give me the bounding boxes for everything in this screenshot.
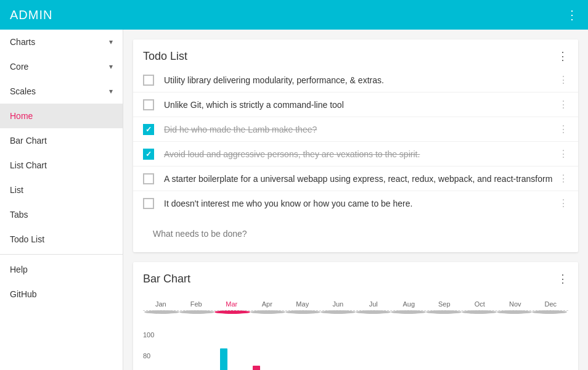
sidebar-item-list-chart[interactable]: List Chart — [0, 153, 123, 178]
sidebar-divider — [0, 254, 123, 255]
bar-chart-title: Bar Chart — [143, 273, 190, 286]
chart-bar-cyan — [220, 348, 227, 370]
chart-bar-pink — [253, 366, 260, 370]
sidebar-item-help-label: Help — [10, 265, 28, 274]
todo-item-menu-icon[interactable]: ⋮ — [558, 148, 568, 160]
sidebar-item-list[interactable]: List — [0, 178, 123, 202]
chart-area: JanFebMarAprMayJunJulAugSepOctNovDec 100… — [133, 290, 578, 370]
bar-chart-card: Bar Chart ⋮ JanFebMarAprMayJunJulAugSepO… — [133, 262, 578, 370]
sidebar: Charts ▾ Core ▾ Scales ▾ Home Bar Chart … — [0, 30, 123, 370]
main-layout: Charts ▾ Core ▾ Scales ▾ Home Bar Chart … — [0, 30, 588, 370]
sidebar-item-tabs[interactable]: Tabs — [0, 202, 123, 227]
todo-checkbox[interactable] — [143, 149, 154, 160]
sidebar-item-charts[interactable]: Charts ▾ — [0, 30, 123, 54]
chart-body: 100 80 60 — [143, 319, 568, 370]
chart-month-label: May — [285, 300, 321, 308]
chart-bar-group — [241, 366, 271, 370]
todo-item: Avoid loud and aggressive persons, they … — [133, 142, 578, 166]
chart-axis — [143, 310, 568, 316]
sidebar-item-bar-chart[interactable]: Bar Chart — [0, 128, 123, 153]
chart-month-label: Oct — [462, 300, 498, 308]
todo-item-menu-icon[interactable]: ⋮ — [558, 173, 568, 184]
sidebar-item-list-label: List — [10, 185, 23, 195]
todo-item: A starter boilerplate for a universal we… — [133, 166, 578, 191]
todo-items-list: Utility library delivering modularity, p… — [133, 68, 578, 215]
sidebar-item-todo-list-label: Todo List — [10, 234, 44, 244]
todo-item-menu-icon[interactable]: ⋮ — [558, 197, 568, 209]
sidebar-item-list-chart-label: List Chart — [10, 160, 47, 170]
todo-card-title: Todo List — [143, 50, 187, 63]
sidebar-item-scales-label: Scales — [10, 86, 36, 96]
chevron-down-icon: ▾ — [109, 87, 113, 96]
todo-item-text: Avoid loud and aggressive persons, they … — [164, 149, 553, 159]
chart-y-label-80: 80 — [143, 352, 154, 360]
chart-y-axis: 100 80 60 — [143, 331, 154, 370]
sidebar-item-core-label: Core — [10, 62, 28, 72]
chart-month-label: Dec — [533, 300, 569, 308]
todo-item: Did he who made the Lamb make thee?⋮ — [133, 117, 578, 142]
sidebar-item-home-label: Home — [10, 111, 33, 121]
main-content: Todo List ⋮ Utility library delivering m… — [123, 30, 588, 370]
sidebar-item-home[interactable]: Home — [0, 104, 123, 128]
bar-chart-menu-icon[interactable]: ⋮ — [557, 272, 568, 286]
todo-card-header: Todo List ⋮ — [133, 39, 578, 68]
sidebar-item-github-label: GitHub — [10, 289, 37, 299]
todo-checkbox[interactable] — [143, 99, 154, 110]
chart-bars — [157, 331, 568, 370]
todo-checkbox[interactable] — [143, 124, 154, 135]
chart-month-label: Nov — [497, 300, 533, 308]
todo-new-input[interactable] — [143, 221, 568, 246]
todo-checkbox[interactable] — [143, 198, 154, 209]
sidebar-item-charts-label: Charts — [10, 37, 35, 47]
sidebar-item-github[interactable]: GitHub — [0, 282, 123, 306]
chart-month-label: Mar — [214, 300, 250, 308]
todo-item: It doesn't interest me who you know or h… — [133, 191, 578, 215]
chart-month-label: Jan — [143, 300, 179, 308]
chevron-down-icon: ▾ — [109, 62, 113, 71]
chevron-down-icon: ▾ — [109, 38, 113, 46]
sidebar-item-tabs-label: Tabs — [10, 210, 28, 220]
todo-checkbox[interactable] — [143, 173, 154, 184]
chart-y-label-100: 100 — [143, 331, 154, 339]
todo-item: Utility library delivering modularity, p… — [133, 68, 578, 92]
todo-item-menu-icon[interactable]: ⋮ — [558, 74, 568, 86]
chart-axis-line — [143, 310, 568, 311]
chart-month-label: Jul — [356, 300, 391, 308]
app-header: ADMIN ⋮ — [0, 0, 588, 30]
todo-item-text: It doesn't interest me who you know or h… — [164, 199, 553, 208]
chart-month-label: Sep — [427, 300, 462, 308]
app-title: ADMIN — [10, 8, 52, 22]
sidebar-item-core[interactable]: Core ▾ — [0, 54, 123, 79]
sidebar-item-todo-list[interactable]: Todo List — [0, 227, 123, 252]
todo-item-text: Unlike Git, which is strictly a command-… — [164, 100, 553, 110]
todo-card: Todo List ⋮ Utility library delivering m… — [133, 39, 578, 252]
chart-bar-group — [208, 348, 239, 370]
chart-month-label: Feb — [179, 300, 214, 308]
sidebar-item-help[interactable]: Help — [0, 257, 123, 282]
chart-month-label: Aug — [391, 300, 427, 308]
header-menu-icon[interactable]: ⋮ — [566, 7, 578, 22]
todo-checkbox[interactable] — [143, 75, 154, 86]
todo-new-item — [133, 215, 578, 252]
todo-item-text: A starter boilerplate for a universal we… — [164, 174, 553, 184]
todo-item-menu-icon[interactable]: ⋮ — [558, 123, 568, 135]
sidebar-item-scales[interactable]: Scales ▾ — [0, 79, 123, 104]
sidebar-item-bar-chart-label: Bar Chart — [10, 136, 47, 146]
bar-chart-header: Bar Chart ⋮ — [133, 262, 578, 290]
chart-month-label: Apr — [250, 300, 285, 308]
chart-month-label: Jun — [321, 300, 356, 308]
todo-item-text: Did he who made the Lamb make thee? — [164, 125, 553, 134]
todo-card-menu-icon[interactable]: ⋮ — [557, 49, 568, 63]
chart-months: JanFebMarAprMayJunJulAugSepOctNovDec — [143, 300, 568, 308]
todo-item-menu-icon[interactable]: ⋮ — [558, 99, 568, 110]
todo-item: Unlike Git, which is strictly a command-… — [133, 92, 578, 117]
todo-item-text: Utility library delivering modularity, p… — [164, 75, 553, 85]
